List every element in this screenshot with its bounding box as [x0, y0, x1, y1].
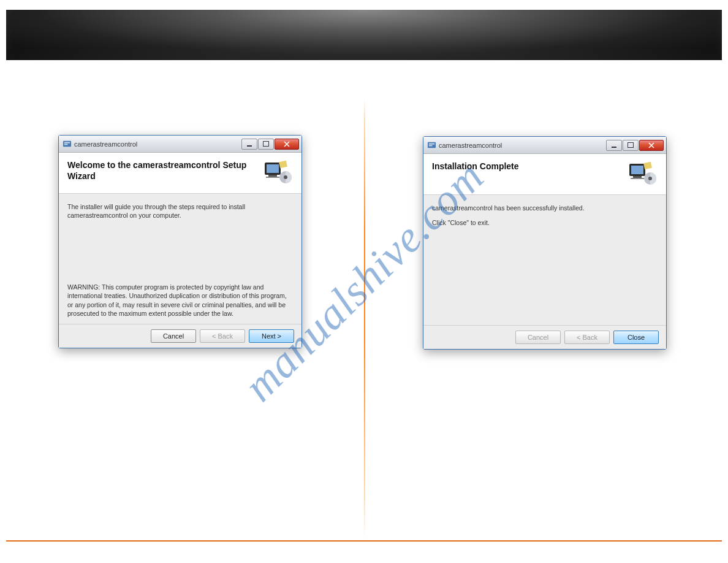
close-dialog-button[interactable]: Close — [613, 331, 659, 344]
header-panel: Installation Complete — [423, 154, 666, 195]
svg-rect-6 — [266, 177, 279, 178]
svg-point-18 — [648, 177, 652, 180]
svg-rect-12 — [429, 145, 433, 147]
window-title: camerastreamcontrol — [74, 140, 241, 148]
svg-rect-9 — [279, 161, 287, 168]
svg-point-8 — [284, 175, 287, 179]
titlebar[interactable]: camerastreamcontrol — [423, 137, 666, 154]
bottom-rule — [6, 540, 722, 542]
svg-rect-1 — [64, 142, 70, 144]
titlebar[interactable]: camerastreamcontrol — [59, 136, 301, 153]
installer-icon — [63, 139, 72, 148]
installer-icon — [427, 140, 436, 150]
svg-rect-5 — [268, 175, 277, 177]
success-text: camerastreamcontrol has been successfull… — [432, 204, 658, 212]
svg-rect-14 — [631, 166, 643, 174]
svg-rect-2 — [64, 144, 68, 145]
dialog-body: camerastreamcontrol has been successfull… — [423, 195, 666, 325]
svg-rect-11 — [429, 144, 434, 145]
dialog-heading: Welcome to the camerastreamcontrol Setup… — [67, 160, 256, 182]
maximize-button[interactable] — [258, 139, 274, 150]
svg-rect-4 — [267, 164, 279, 173]
dialog-footer: Cancel < Back Close — [423, 325, 666, 349]
vertical-divider — [364, 98, 365, 540]
installer-complete-dialog: camerastreamcontrol Installation Complet… — [423, 136, 667, 350]
intro-text: The installer will guide you through the… — [67, 202, 293, 220]
warning-text: WARNING: This computer program is protec… — [67, 283, 293, 318]
minimize-button[interactable] — [606, 140, 622, 151]
setup-graphic-icon — [626, 161, 658, 188]
installer-welcome-dialog: camerastreamcontrol Welcome to the camer… — [58, 135, 302, 348]
close-button[interactable] — [275, 139, 299, 150]
svg-rect-15 — [633, 176, 642, 178]
minimize-button[interactable] — [241, 139, 257, 150]
top-banner — [6, 10, 722, 60]
next-button[interactable]: Next > — [249, 329, 294, 343]
svg-rect-19 — [643, 162, 652, 169]
cancel-button: Cancel — [515, 331, 561, 344]
dialog-heading: Installation Complete — [432, 161, 621, 172]
dialog-footer: Cancel < Back Next > — [59, 324, 301, 348]
window-title: camerastreamcontrol — [439, 142, 605, 149]
setup-graphic-icon — [261, 160, 293, 187]
dialog-body: The installer will guide you through the… — [59, 194, 301, 324]
close-button[interactable] — [639, 140, 664, 151]
maximize-button[interactable] — [623, 140, 639, 151]
cancel-button[interactable]: Cancel — [151, 329, 196, 343]
back-button: < Back — [564, 331, 610, 344]
svg-rect-16 — [631, 178, 644, 179]
close-instruction-text: Click "Close" to exit. — [432, 218, 658, 227]
header-panel: Welcome to the camerastreamcontrol Setup… — [59, 153, 301, 194]
back-button: < Back — [200, 329, 245, 343]
